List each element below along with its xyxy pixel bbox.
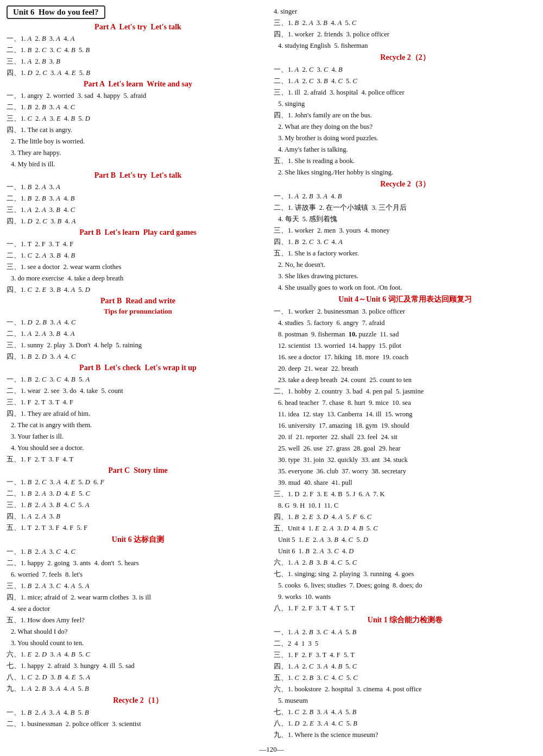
line: 4. You should see a doctor.	[7, 442, 269, 453]
line: 16. university 17. amazing 18. gym 19. s…	[274, 420, 536, 431]
line: 一、1. T 2. F 3. T 4. F	[7, 239, 269, 249]
line: 三、1. ill 2. afraid 3. hospital 4. police…	[274, 87, 536, 98]
line: 4. Amy's father is talking.	[274, 144, 536, 155]
line: 四、1. D 2. C 3. B 4. A	[7, 216, 269, 227]
section-recycle2-1: Recycle 2（1）	[7, 696, 269, 705]
line: 4. My bird is ill.	[7, 159, 269, 170]
line: 四、1. B 2. C 3. C 4. A	[274, 236, 536, 247]
line: 8. G 9. H 10. I 11. C	[274, 500, 536, 511]
line: 39. mud 40. share 41. pull	[274, 477, 536, 488]
page-number: —120—	[7, 745, 536, 754]
line: 一、1. B 2. A 3. C 4. C	[7, 546, 269, 557]
line: 3. She likes drawing pictures.	[274, 271, 536, 282]
line: 五、1. How does Amy feel?	[7, 615, 269, 626]
line: 二、1. B 2. B 3. A 4. B	[7, 193, 269, 204]
line: 4. see a doctor	[7, 603, 269, 614]
section-unit1-test: Unit 1 综合能力检测卷	[274, 615, 536, 625]
line: 四、1. D 2. C 3. A 4. E 5. B	[7, 67, 269, 78]
line: 2. What should I do?	[7, 626, 269, 637]
line: 五、1. She is reading a book.	[274, 155, 536, 166]
line: 三、1. sunny 2. play 3. Don't 4. help 5. r…	[7, 340, 269, 351]
line: 五、1. F 2. T 3. F 4. T	[7, 454, 269, 465]
line: 二、1. businessman 2. police officer 3. sc…	[7, 718, 269, 729]
line: 一、1. B 2. C 3. C 4. B 5. A	[7, 374, 269, 385]
line: 4. studies 5. factory 6. angry 7. afraid	[274, 317, 536, 328]
line: 一、1. B 2. C 3. A 4. E 5. D 6. F	[7, 477, 269, 488]
section-unit6-test: Unit 6 达标自测	[7, 535, 269, 545]
line: 二、1. B 2. C 3. C 4. B 5. B	[7, 45, 269, 55]
line: 2. The little boy is worried.	[7, 136, 269, 147]
line: 2. What are they doing on the bus?	[274, 121, 536, 132]
line: 四、1. B 2. D 3. A 4. C	[7, 351, 269, 362]
line: 2. She likes singing./Her hobby is singi…	[274, 167, 536, 178]
page-container: Unit 6 How do you feel? Part A Let's try…	[7, 5, 536, 754]
line: 一、1. A 2. B 3. C 4. A 5. B	[274, 627, 536, 638]
line: 三、1. C 2. A 3. E 4. B 5. D	[7, 113, 269, 124]
line: 五、Unit 4 1. E 2. A 3. D 4. B 5. C	[274, 523, 536, 534]
line: 五、1. C 2. B 3. C 4. C 5. C	[274, 672, 536, 683]
section-part-b-learn: Part B Let's learn Play card games	[7, 228, 269, 237]
line: 9. works 10. wants	[274, 591, 536, 602]
line: 4. singer	[274, 6, 536, 17]
line: 一、1. A 2. C 3. C 4. B	[274, 64, 536, 75]
line: 七、1. singing; sing 2. playing 3. running…	[274, 568, 536, 579]
line: 七、1. happy 2. afraid 3. hungry 4. ill 5.…	[7, 660, 269, 671]
line: 四、1. A 2. C 3. A 4. B 5. C	[274, 661, 536, 672]
line: 3. They are happy.	[7, 147, 269, 158]
line: 三、1. B 2. A 3. B 4. A 5. C	[274, 17, 536, 28]
line: 三、1. A 2. A 3. B 4. C	[7, 204, 269, 215]
section-recycle2-3: Recycle 2（3）	[274, 179, 536, 189]
line: 四、1. A 2. A 3. B	[7, 511, 269, 522]
line: 5. cooks 6. lives; studies 7. Does; goin…	[274, 580, 536, 591]
line: 8. postman 9. fisherman 10. puzzle 11. s…	[274, 329, 536, 340]
line: 6. worried 7. feels 8. let's	[7, 569, 269, 580]
line: 四、1. The cat is angry.	[7, 124, 269, 135]
line: 二、1. B 2. B 3. A 4. C	[7, 102, 269, 113]
line: 25. well 26. use 27. grass 28. goal 29. …	[274, 443, 536, 454]
line: 三、1. B 2. A 3. C 4. A 5. A	[7, 580, 269, 591]
left-column: Unit 6 How do you feel? Part A Let's try…	[7, 5, 269, 741]
line: 3. Your father is ill.	[7, 431, 269, 442]
line: 二、1. happy 2. going 3. ants 4. don't 5. …	[7, 558, 269, 568]
line: 12. scientist 13. worried 14. happy 15. …	[274, 340, 536, 351]
section-part-b-read: Part B Read and write	[7, 297, 269, 305]
sub-section-pronunciation: Tips for pronunciation	[7, 307, 269, 316]
line: 16. see a doctor 17. hiking 18. more 19.…	[274, 352, 536, 363]
line: 11. idea 12. stay 13. Canberra 14. ill 1…	[274, 409, 536, 420]
line: 三、1. worker 2. men 3. yours 4. money	[274, 225, 536, 236]
line: 4. 每天 5. 感到着愧	[274, 214, 536, 224]
line: 九、1. Where is the science museum?	[274, 729, 536, 740]
line: 一、1. B 2. A 3. A	[7, 182, 269, 192]
line: 六、1. bookstore 2. hospital 3. cinema 4. …	[274, 684, 536, 695]
section-recycle2-2: Recycle 2（2）	[274, 53, 536, 63]
line: 5. museum	[274, 695, 536, 706]
line: 三、1. see a doctor 2. wear warm clothes	[7, 261, 269, 272]
line: 4. studying English 5. fisherman	[274, 40, 536, 51]
line: 六、1. E 2. D 3. A 4. B 5. C	[7, 649, 269, 660]
line: 20. deep 21. wear 22. breath	[274, 363, 536, 374]
line: Unit 6 1. B 2. A 3. C 4. D	[274, 546, 536, 557]
line: 八、1. D 2. E 3. A 4. C 5. B	[274, 718, 536, 729]
unit-title: Unit 6 How do you feel?	[7, 5, 105, 19]
line: 六、1. A 2. B 3. B 4. C 5. C	[274, 557, 536, 568]
section-part-a-talk: Part A Let's try Let's talk	[7, 23, 269, 32]
line: 四、1. worker 2. friends 3. police officer	[274, 29, 536, 40]
line: 2. No, he doesn't.	[274, 259, 536, 270]
line: 一、1. A 2. B 3. A 4. A	[7, 33, 269, 44]
line: 三、1. D 2. F 3. E 4. B 5. J 6. A 7. K	[274, 489, 536, 499]
line: 一、1. worker 2. businessman 3. police off…	[274, 306, 536, 317]
line: 二、1. C 2. A 3. B 4. B	[7, 250, 269, 261]
line: 四、1. John's family are on the bus.	[274, 110, 536, 121]
line: 2. The cat is angry with them.	[7, 420, 269, 430]
line: 九、1. A 2. B 3. A 4. A 5. B	[7, 683, 269, 694]
line: 二、1. 讲故事 2. 在一个小城镇 3. 三个月后	[274, 202, 536, 213]
line: 二、1. A 2. C 3. B 4. C 5. C	[274, 76, 536, 86]
line: 三、1. B 2. A 3. B 4. C 5. A	[7, 499, 269, 510]
line: 三、1. F 2. F 3. T 4. F 5. T	[274, 649, 536, 660]
line: 二、1. wear 2. see 3. do 4. take 5. count	[7, 385, 269, 396]
line: 四、1. B 2. E 3. D 4. A 5. F 6. C	[274, 511, 536, 522]
line: Unit 5 1. E 2. A 3. B 4. C 5. D	[274, 534, 536, 545]
section-part-a-learn: Part A Let's learn Write and say	[7, 80, 269, 89]
line: 30. type 31. join 32. quickly 33. ant 34…	[274, 454, 536, 465]
line: 五、1. She is a factory worker.	[274, 248, 536, 259]
